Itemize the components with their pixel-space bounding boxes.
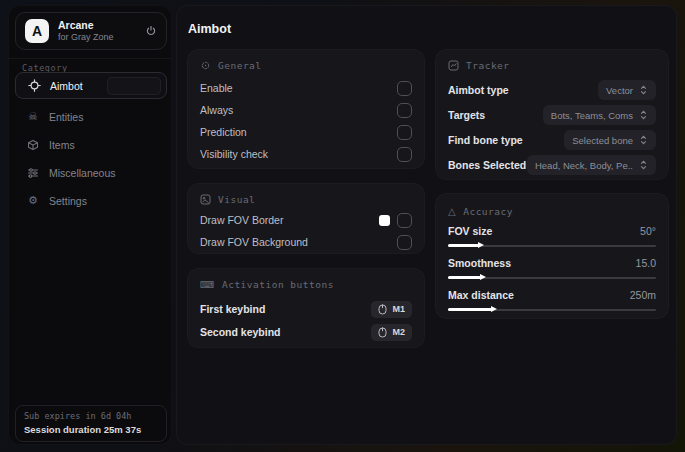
prediction-checkbox[interactable] — [397, 125, 412, 140]
always-checkbox[interactable] — [397, 103, 412, 118]
keyboard-icon: ⌨ — [200, 280, 215, 290]
sidebar-item-label: Entities — [49, 111, 83, 123]
setting-row: First keybind M1 — [200, 300, 412, 318]
slider-fill — [448, 308, 492, 311]
sidebar-item-label: Settings — [49, 195, 87, 207]
setting-row: Draw FOV Border — [200, 211, 412, 229]
setting-row: Enable — [200, 79, 412, 97]
crosshair-dashed-icon — [200, 60, 211, 71]
setting-row: Always — [200, 101, 412, 119]
prediction-label: Prediction — [200, 126, 247, 138]
always-label: Always — [200, 104, 233, 116]
slider-fill — [448, 276, 481, 279]
max-distance-slider[interactable] — [448, 306, 656, 314]
enable-checkbox[interactable] — [397, 81, 412, 96]
smoothness-label: Smoothness — [448, 257, 511, 269]
fov-size-label: FOV size — [448, 225, 492, 237]
activation-title: Activation buttons — [222, 279, 334, 290]
aimbot-type-label: Aimbot type — [448, 84, 509, 96]
bones-selected-label: Bones Selected — [448, 159, 526, 171]
triangle-icon: △ — [448, 207, 456, 217]
aimbot-type-select[interactable]: Vector — [598, 80, 656, 100]
image-icon — [200, 194, 211, 205]
max-distance-value: 250m — [630, 289, 656, 301]
sidebar-item-items[interactable]: Items — [15, 131, 167, 158]
select-value: Bots, Teams, Coms — [551, 110, 633, 121]
setting-row: Aimbot type Vector — [448, 80, 656, 100]
setting-row: Second keybind M2 — [200, 323, 412, 341]
keybind-value: M1 — [392, 304, 405, 314]
session-duration-text: Session duration 25m 37s — [24, 424, 158, 435]
visual-card: Visual Draw FOV Border Draw FOV Backgrou… — [187, 183, 425, 254]
sidebar-item-entities[interactable]: ☠ Entities — [15, 103, 167, 130]
visibility-check-checkbox[interactable] — [397, 147, 412, 162]
sidebar-item-aimbot[interactable]: Aimbot — [15, 72, 167, 99]
setting-row: Draw FOV Background — [200, 233, 412, 251]
mouse-icon — [378, 304, 387, 315]
unfold-icon — [639, 110, 648, 120]
first-keybind-label: First keybind — [200, 303, 265, 315]
activation-card: ⌨ Activation buttons First keybind M1 Se… — [187, 268, 425, 348]
skull-icon: ☠ — [26, 111, 40, 122]
subscription-info: Sub expires in 6d 04h Session duration 2… — [15, 405, 167, 442]
sidebar-divider — [9, 58, 171, 59]
setting-row: Prediction — [200, 123, 412, 141]
find-bone-type-select[interactable]: Selected bone — [564, 130, 656, 150]
unfold-icon — [639, 85, 648, 95]
slider-label-row: Smoothness 15.0 — [448, 255, 656, 271]
find-bone-type-label: Find bone type — [448, 134, 523, 146]
draw-fov-background-checkbox[interactable] — [397, 235, 412, 250]
fov-size-value: 50° — [640, 225, 656, 237]
slider-fill — [448, 244, 479, 247]
fov-size-slider[interactable] — [448, 242, 656, 250]
draw-fov-border-label: Draw FOV Border — [200, 214, 283, 226]
tracker-card: Tracker Aimbot type Vector Targets Bots,… — [435, 49, 669, 180]
sidebar: A Arcane for Gray Zone Category Aimbot — [8, 5, 172, 445]
setting-row: Visibility check — [200, 145, 412, 163]
general-title: General — [218, 60, 262, 71]
gear-icon: ⚙ — [26, 195, 40, 206]
bones-selected-select[interactable]: Head, Neck, Body, Pe.. — [527, 155, 656, 175]
tracker-title: Tracker — [466, 60, 510, 71]
unfold-icon — [639, 135, 648, 145]
sidebar-item-label: Aimbot — [50, 80, 83, 92]
sidebar-item-label: Miscellaneous — [49, 167, 116, 179]
trend-icon — [448, 60, 459, 71]
accuracy-card: △ Accuracy FOV size 50° Smoothness 15.0 … — [435, 193, 669, 319]
sidebar-item-settings[interactable]: ⚙ Settings — [15, 187, 167, 214]
select-value: Vector — [606, 85, 633, 96]
desktop-background: A Arcane for Gray Zone Category Aimbot — [0, 0, 685, 452]
keybind-value: M2 — [392, 327, 405, 337]
sidebar-item-miscellaneous[interactable]: Miscellaneous — [15, 159, 167, 186]
draw-fov-background-label: Draw FOV Background — [200, 236, 308, 248]
app-logo: A — [25, 19, 49, 43]
first-keybind-button[interactable]: M1 — [371, 301, 412, 318]
smoothness-value: 15.0 — [636, 257, 656, 269]
select-value: Head, Neck, Body, Pe.. — [535, 160, 633, 171]
power-icon[interactable] — [145, 25, 157, 37]
second-keybind-button[interactable]: M2 — [371, 324, 412, 341]
smoothness-slider[interactable] — [448, 274, 656, 282]
accuracy-title: Accuracy — [463, 206, 513, 217]
visibility-check-label: Visibility check — [200, 148, 268, 160]
setting-row: Bones Selected Head, Neck, Body, Pe.. — [448, 155, 656, 175]
setting-row: Find bone type Selected bone — [448, 130, 656, 150]
sliders-icon — [26, 167, 40, 179]
setting-row: Targets Bots, Teams, Coms — [448, 105, 656, 125]
box-icon — [26, 139, 40, 151]
ghost-artifact — [107, 77, 161, 95]
sidebar-item-label: Items — [49, 139, 75, 151]
draw-fov-border-checkbox[interactable] — [397, 213, 412, 228]
select-value: Selected bone — [572, 135, 633, 146]
brand-card: A Arcane for Gray Zone — [15, 12, 167, 50]
main-panel: Aimbot General Enable Always Predicti — [176, 5, 677, 445]
targets-select[interactable]: Bots, Teams, Coms — [543, 105, 656, 125]
slider-label-row: FOV size 50° — [448, 223, 656, 239]
visual-title: Visual — [218, 194, 255, 205]
app-name: Arcane — [58, 19, 136, 32]
slider-label-row: Max distance 250m — [448, 287, 656, 303]
max-distance-label: Max distance — [448, 289, 514, 301]
fov-border-color-swatch[interactable] — [379, 215, 390, 226]
crosshair-icon — [27, 79, 41, 92]
enable-label: Enable — [200, 82, 233, 94]
